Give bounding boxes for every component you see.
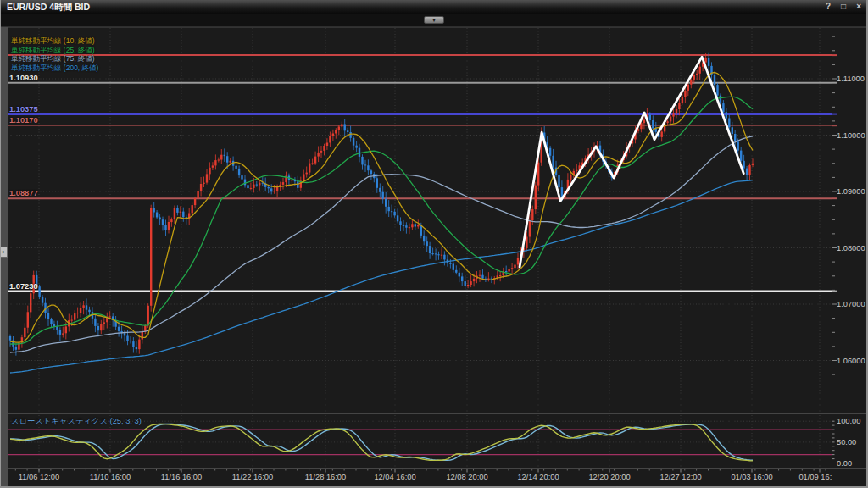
x-axis-label: 12/14 20:00 (517, 473, 559, 481)
ma-legend: 単純移動平均線 (10, 終値) 単純移動平均線 (25, 終値) 単純移動平均… (11, 36, 98, 72)
legend-item-sma25: 単純移動平均線 (25, 終値) (11, 46, 98, 55)
sma-25-line (10, 97, 753, 344)
stochastic-axis-label: 0.00 (837, 459, 852, 468)
candles-layer (9, 53, 754, 356)
close-button[interactable]: × (856, 0, 861, 14)
x-axis-label: 12/04 16:00 (374, 473, 415, 481)
left-panel-strip: ▸ (0, 26, 8, 488)
legend-item-sma75: 単純移動平均線 (75, 終値) (11, 54, 98, 64)
y-axis-label: 1.08000 (837, 244, 865, 252)
y-axis-label: 1.06000 (837, 357, 865, 365)
toolbar: ▾ (0, 14, 868, 27)
y-axis-label: 1.09000 (837, 187, 865, 196)
moving-averages (10, 57, 753, 373)
window-controls: ? □ × (826, 0, 861, 14)
x-axis-label: 11/22 16:00 (232, 473, 273, 481)
x-axis-label: 12/27 12:00 (659, 473, 701, 481)
sma-200-line (10, 180, 753, 373)
chart-canvas[interactable]: 1.110001.100001.090001.080001.070001.060… (0, 0, 868, 488)
x-axis-label: 11/06 12:00 (19, 473, 59, 481)
x-axis-label: 01/03 16:00 (731, 473, 772, 481)
chevron-right-icon: ▸ (3, 249, 5, 254)
sma-75-line (10, 136, 753, 352)
toolbar-collapse-button[interactable]: ▾ (424, 16, 444, 24)
grid-lines (8, 28, 832, 468)
x-axis-label: 01/09 16:00 (798, 473, 840, 481)
legend-item-sma200: 単純移動平均線 (200, 終値) (11, 64, 98, 73)
legend-item-sma10: 単純移動平均線 (10, 終値) (11, 36, 98, 46)
window-title: EUR/USD 4時間 BID (7, 0, 90, 14)
x-axis[interactable]: 11/06 12:0011/10 16:0011/16 16:0011/22 1… (15, 469, 840, 481)
x-axis-label: 11/16 16:00 (161, 473, 202, 481)
x-axis-label: 11/28 16:00 (305, 473, 346, 481)
x-axis-label: 11/10 16:00 (90, 473, 131, 481)
y-axis-label: 1.07000 (837, 300, 865, 308)
y-axis-label: 1.10000 (837, 131, 865, 140)
price-lines (8, 55, 837, 291)
window-border-left (0, 0, 1, 488)
x-axis-label: 12/20 20:00 (588, 473, 630, 481)
x-axis-label: 12/08 20:00 (446, 473, 487, 481)
maximize-button[interactable]: □ (841, 0, 846, 14)
chevron-down-icon: ▾ (432, 17, 436, 23)
title-bar[interactable]: EUR/USD 4時間 BID ? □ × (0, 0, 868, 14)
help-button[interactable]: ? (826, 0, 831, 14)
y-axis[interactable]: 1.110001.100001.090001.080001.070001.060… (832, 36, 865, 468)
stochastic-axis-label: 50.00 (837, 438, 856, 446)
chart-window: 1.110001.100001.090001.080001.070001.060… (0, 0, 868, 488)
panel-expand-button[interactable]: ▸ (0, 247, 8, 258)
stochastic-axis-label: 100.00 (837, 417, 860, 425)
y-axis-label: 1.11000 (837, 75, 865, 83)
stochastic-label: スローストキャスティクス (25, 3, 3) (11, 416, 142, 427)
